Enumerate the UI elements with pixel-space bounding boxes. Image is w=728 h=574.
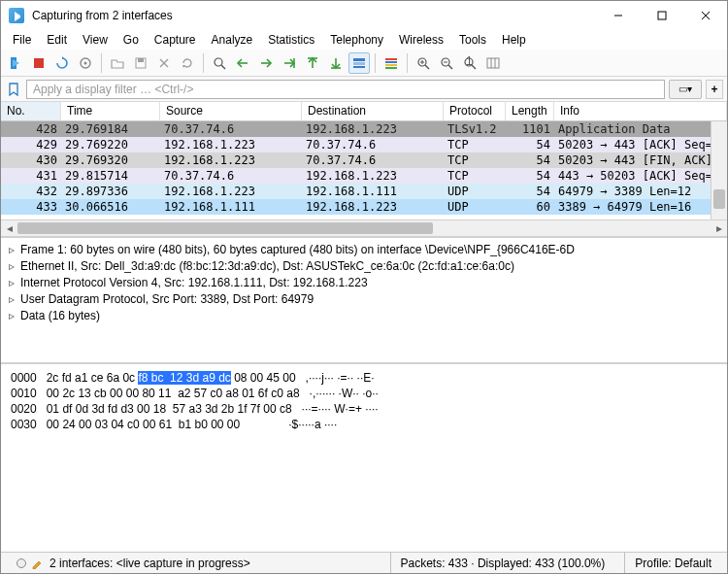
- svg-rect-29: [385, 64, 397, 66]
- menu-analyze[interactable]: Analyze: [204, 31, 261, 49]
- menu-view[interactable]: View: [75, 31, 116, 49]
- svg-rect-25: [353, 62, 365, 65]
- hex-line[interactable]: 0020 01 df 0d 3d fd d3 00 18 57 a3 3d 2b…: [11, 401, 717, 417]
- restart-capture-icon[interactable]: [51, 52, 73, 74]
- filter-bar: ▭▾ +: [1, 77, 727, 102]
- menu-tools[interactable]: Tools: [451, 31, 494, 49]
- packet-row[interactable]: 42929.769220192.168.1.22370.37.74.6TCP54…: [1, 137, 727, 152]
- packet-list-pane: No. Time Source Destination Protocol Len…: [1, 102, 727, 238]
- packet-row[interactable]: 42829.76918470.37.74.6192.168.1.223TLSv1…: [1, 121, 727, 137]
- svg-point-14: [215, 58, 222, 66]
- svg-rect-41: [487, 58, 499, 68]
- horizontal-scrollbar[interactable]: ◂▸: [1, 219, 727, 236]
- svg-rect-5: [34, 58, 44, 68]
- capture-options-icon[interactable]: [75, 52, 96, 74]
- autoscroll-icon[interactable]: [348, 52, 370, 74]
- svg-line-15: [221, 65, 225, 69]
- minimize-button[interactable]: [596, 2, 640, 30]
- menu-telephony[interactable]: Telephony: [322, 31, 391, 49]
- zoom-in-icon[interactable]: [413, 52, 434, 74]
- col-destination[interactable]: Destination: [302, 102, 444, 120]
- menu-file[interactable]: File: [5, 31, 39, 49]
- menu-help[interactable]: Help: [494, 31, 534, 49]
- svg-rect-26: [353, 66, 365, 68]
- svg-rect-28: [385, 61, 397, 63]
- vertical-scrollbar[interactable]: [711, 121, 727, 219]
- packet-row[interactable]: 43330.066516192.168.1.111192.168.1.223UD…: [1, 199, 727, 215]
- svg-line-32: [425, 65, 429, 69]
- menu-wireless[interactable]: Wireless: [391, 31, 451, 49]
- packet-row[interactable]: 43229.897336192.168.1.223192.168.1.111UD…: [1, 184, 727, 199]
- hex-line[interactable]: 0010 00 2c 13 cb 00 00 80 11 a2 57 c0 a8…: [11, 386, 717, 401]
- window-title: Capturing from 2 interfaces: [30, 9, 596, 22]
- svg-rect-10: [138, 58, 144, 62]
- zoom-out-icon[interactable]: [436, 52, 457, 74]
- hex-line[interactable]: 0000 2c fd a1 ce 6a 0c f8 bc 12 3d a9 dc…: [11, 370, 717, 386]
- menu-bar: FileEditViewGoCaptureAnalyzeStatisticsTe…: [1, 30, 727, 50]
- packet-list-header[interactable]: No. Time Source Destination Protocol Len…: [1, 102, 727, 121]
- bookmark-icon[interactable]: [5, 81, 22, 98]
- svg-rect-1: [658, 12, 666, 19]
- zoom-reset-icon[interactable]: 1: [459, 52, 480, 74]
- status-packets: Packets: 433 · Displayed: 433 (100.0%): [390, 553, 615, 573]
- add-filter-button[interactable]: +: [706, 80, 723, 99]
- col-time[interactable]: Time: [61, 102, 160, 120]
- detail-line[interactable]: ▹Ethernet II, Src: Dell_3d:a9:dc (f8:bc:…: [9, 258, 719, 275]
- status-bar: 2 interfaces: <live capture in progress>…: [1, 552, 727, 573]
- col-protocol[interactable]: Protocol: [444, 102, 506, 120]
- col-no[interactable]: No.: [1, 102, 61, 120]
- svg-rect-27: [385, 58, 397, 60]
- maximize-button[interactable]: [640, 2, 683, 30]
- menu-edit[interactable]: Edit: [39, 31, 75, 49]
- main-toolbar: 1: [1, 50, 727, 77]
- menu-go[interactable]: Go: [116, 31, 147, 49]
- go-to-packet-icon[interactable]: [279, 52, 300, 74]
- go-forward-icon[interactable]: [255, 52, 277, 74]
- start-capture-icon[interactable]: [5, 52, 26, 74]
- menu-capture[interactable]: Capture: [147, 31, 204, 49]
- status-left: 2 interfaces: <live capture in progress>: [7, 553, 260, 573]
- col-source[interactable]: Source: [160, 102, 302, 120]
- edit-capture-icon[interactable]: [30, 557, 44, 570]
- app-icon: [9, 8, 24, 23]
- col-length[interactable]: Length: [506, 102, 554, 120]
- open-file-icon[interactable]: [107, 52, 128, 74]
- filter-expression-button[interactable]: ▭▾: [669, 80, 702, 99]
- packet-list-body[interactable]: 42829.76918470.37.74.6192.168.1.223TLSv1…: [1, 121, 727, 219]
- packet-row[interactable]: 43129.81571470.37.74.6192.168.1.223TCP54…: [1, 168, 727, 184]
- packet-bytes-pane[interactable]: 0000 2c fd a1 ce 6a 0c f8 bc 12 3d a9 dc…: [1, 364, 727, 552]
- reload-icon[interactable]: [177, 52, 198, 74]
- detail-line[interactable]: ▹Data (16 bytes): [9, 308, 719, 324]
- packet-details-pane[interactable]: ▹Frame 1: 60 bytes on wire (480 bits), 6…: [1, 238, 727, 364]
- svg-rect-30: [385, 67, 397, 69]
- detail-line[interactable]: ▹Frame 1: 60 bytes on wire (480 bits), 6…: [9, 242, 719, 258]
- svg-text:1: 1: [466, 55, 473, 68]
- packet-row[interactable]: 43029.769320192.168.1.22370.37.74.6TCP54…: [1, 152, 727, 168]
- display-filter-input[interactable]: [26, 80, 665, 99]
- close-file-icon[interactable]: [153, 52, 175, 74]
- titlebar: Capturing from 2 interfaces: [1, 1, 727, 30]
- svg-line-36: [448, 65, 452, 69]
- go-first-icon[interactable]: [302, 52, 323, 74]
- hex-line[interactable]: 0030 00 24 00 03 04 c0 00 61 b1 b0 00 00…: [11, 417, 717, 432]
- window-buttons: [596, 2, 727, 30]
- go-last-icon[interactable]: [325, 52, 347, 74]
- detail-line[interactable]: ▹User Datagram Protocol, Src Port: 3389,…: [9, 291, 719, 308]
- go-back-icon[interactable]: [232, 52, 253, 74]
- svg-rect-24: [353, 58, 365, 61]
- status-interfaces: 2 interfaces: <live capture in progress>: [50, 557, 250, 570]
- stop-capture-icon[interactable]: [28, 52, 50, 74]
- svg-point-8: [84, 61, 87, 64]
- detail-line[interactable]: ▹Internet Protocol Version 4, Src: 192.1…: [9, 275, 719, 291]
- resize-columns-icon[interactable]: [482, 52, 504, 74]
- close-button[interactable]: [683, 2, 727, 30]
- find-icon[interactable]: [209, 52, 230, 74]
- col-info[interactable]: Info: [554, 102, 727, 120]
- status-profile[interactable]: Profile: Default: [624, 553, 721, 573]
- colorize-icon[interactable]: [381, 52, 402, 74]
- menu-statistics[interactable]: Statistics: [260, 31, 322, 49]
- expert-info-icon[interactable]: [17, 558, 26, 568]
- save-file-icon[interactable]: [130, 52, 151, 74]
